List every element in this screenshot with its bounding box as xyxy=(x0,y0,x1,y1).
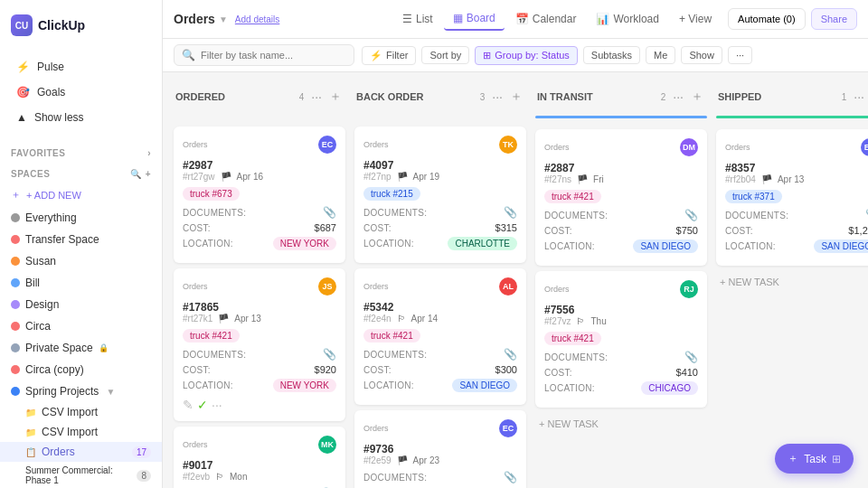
task-card[interactable]: Orders TK #4097 #f27np 🏴 Apr 19 truck #2… xyxy=(354,127,526,263)
task-card[interactable]: Orders AL #5342 #f2e4n 🏳 Apr 14 truck #4… xyxy=(354,268,526,405)
column-bar xyxy=(535,116,707,118)
attachment-icon: 📎 xyxy=(323,348,336,361)
sidebar-item-transfer-space[interactable]: Transfer Space xyxy=(0,229,162,250)
sidebar-item-spring[interactable]: Spring Projects ▼ xyxy=(0,380,162,402)
column-more-button[interactable]: ··· xyxy=(852,87,866,107)
location-badge: NEW YORK xyxy=(273,379,336,392)
column-add-button[interactable]: ＋ xyxy=(327,87,344,107)
more-button[interactable]: ··· xyxy=(728,46,752,64)
task-card[interactable]: Orders MK #9017 #f2evb 🏳 Mon Documents: … xyxy=(174,427,345,488)
sidebar-item-everything[interactable]: Everything xyxy=(0,207,162,229)
task-card[interactable]: Orders RJ #7556 #f27vz 🏳 Thu truck #421 … xyxy=(535,271,707,408)
card-location-row: LOCATION: SAN DIEGO xyxy=(544,239,698,253)
space-dot xyxy=(11,365,20,374)
task-card[interactable]: Orders EC #9736 #f2e59 🏴 Apr 23 Document… xyxy=(354,410,526,488)
tab-board[interactable]: ▦ Board xyxy=(444,7,505,31)
new-task-button[interactable]: ＋ Task ⊞ xyxy=(775,444,854,474)
search-spaces-icon[interactable]: 🔍 xyxy=(130,169,142,179)
calendar-icon: 📅 xyxy=(515,13,529,25)
attachment-icon: 📎 xyxy=(684,209,698,221)
card-location-row: LOCATION: CHARLOTTE xyxy=(363,237,517,250)
card-docs: Documents: 📎 xyxy=(544,209,698,221)
tab-add-view[interactable]: + View xyxy=(670,8,721,30)
flag-icon: 🏳 xyxy=(576,316,585,326)
card-source: Orders xyxy=(363,140,389,149)
space-dot xyxy=(11,343,20,352)
card-tag: truck #421 xyxy=(183,329,240,343)
sidebar-item-orders[interactable]: 📋 Orders 17 xyxy=(0,442,162,462)
sidebar-item-goals[interactable]: 🎯 Goals xyxy=(5,80,156,104)
docs-label: Documents: xyxy=(544,211,608,221)
card-docs: Documents: 📎 xyxy=(363,471,517,483)
filter-bar: 🔍 ⚡ Filter Sort by ⊞ Group by: Status Su… xyxy=(163,39,868,72)
card-cost-row: COST: $920 xyxy=(183,364,336,375)
main-content: Orders ▼ Add details ☰ List ▦ Board 📅 Ca… xyxy=(163,0,868,488)
space-dot xyxy=(11,213,20,222)
pulse-icon: ⚡ xyxy=(16,61,30,73)
sidebar-item-circa-copy[interactable]: Circa (copy) xyxy=(0,359,162,380)
cost-label: COST: xyxy=(183,365,211,375)
sidebar-item-summer1[interactable]: Summer Commercial: Phase 1 8 xyxy=(0,462,162,488)
sidebar-item-csv2[interactable]: 📁 CSV Import xyxy=(0,422,162,442)
card-docs: Documents: 📎 xyxy=(363,206,517,219)
card-meta: #f2e59 🏴 Apr 23 xyxy=(363,455,517,465)
sidebar-item-design[interactable]: Design xyxy=(0,294,162,315)
space-dot xyxy=(11,387,20,396)
edit-button[interactable]: ✎ xyxy=(183,398,193,412)
sidebar-item-csv1[interactable]: 📁 CSV Import xyxy=(0,402,162,422)
column-more-button[interactable]: ··· xyxy=(671,87,685,107)
cost-value: $315 xyxy=(495,222,517,233)
sort-button[interactable]: Sort by xyxy=(421,46,469,64)
avatar: EC xyxy=(861,138,868,156)
task-card[interactable]: Orders DM #2887 #f27ns 🏴 Fri truck #421 … xyxy=(535,129,707,266)
more-button[interactable]: ··· xyxy=(212,398,222,412)
tab-list[interactable]: ☰ List xyxy=(393,8,442,30)
card-date: Apr 16 xyxy=(237,172,263,182)
task-card[interactable]: Orders EC #8357 #rf2b04 🏴 Apr 13 truck #… xyxy=(716,129,868,266)
logo-text: ClickUp xyxy=(38,18,85,33)
task-card[interactable]: Orders JS #17865 #rt27k1 🏴 Apr 13 truck … xyxy=(174,268,345,421)
column-count: 4 xyxy=(299,92,305,102)
new-task-button[interactable]: + NEW TASK xyxy=(535,413,707,435)
filter-button[interactable]: ⚡ Filter xyxy=(362,46,416,65)
sidebar-item-bill[interactable]: Bill xyxy=(0,272,162,294)
sidebar-item-show-less[interactable]: ▲ Show less xyxy=(5,106,156,129)
sidebar-item-circa[interactable]: Circa xyxy=(0,315,162,337)
check-button[interactable]: ✓ xyxy=(197,398,208,412)
flag-icon: 🏴 xyxy=(397,172,408,182)
card-header: Orders EC xyxy=(725,138,868,156)
column-header-backorder: BACK ORDER 3 ··· ＋ xyxy=(354,83,526,110)
search-input[interactable] xyxy=(201,50,346,61)
column-intransit: IN TRANSIT 2 ··· ＋ Orders DM #2887 #f27n… xyxy=(535,83,707,477)
card-ref: #rt27gw xyxy=(183,172,215,182)
column-add-button[interactable]: ＋ xyxy=(508,87,524,107)
card-id: #2887 xyxy=(544,162,698,174)
sidebar-item-pulse[interactable]: ⚡ Pulse xyxy=(5,55,156,79)
card-date: Apr 23 xyxy=(413,455,439,465)
tab-calendar[interactable]: 📅 Calendar xyxy=(506,8,586,30)
subtasks-button[interactable]: Subtasks xyxy=(583,46,640,64)
tab-workload[interactable]: 📊 Workload xyxy=(587,8,667,30)
dropdown-arrow[interactable]: ▼ xyxy=(219,14,228,24)
column-add-button[interactable]: ＋ xyxy=(689,87,705,107)
me-button[interactable]: Me xyxy=(646,46,675,64)
docs-label: Documents: xyxy=(544,352,608,362)
sidebar-item-private[interactable]: Private Space 🔒 xyxy=(0,337,162,359)
automate-button[interactable]: Automate (0) xyxy=(728,8,806,30)
more-spaces-icon[interactable]: + xyxy=(146,169,151,179)
column-more-button[interactable]: ··· xyxy=(309,87,324,107)
card-id: #9017 xyxy=(183,459,336,472)
card-date: Apr 19 xyxy=(413,172,439,182)
show-button[interactable]: Show xyxy=(681,46,722,64)
sidebar-item-susan[interactable]: Susan xyxy=(0,250,162,272)
column-more-button[interactable]: ··· xyxy=(490,87,505,107)
card-meta: #f27ns 🏴 Fri xyxy=(544,174,698,184)
new-task-button[interactable]: + NEW TASK xyxy=(716,271,868,293)
group-button[interactable]: ⊞ Group by: Status xyxy=(475,46,578,65)
cost-value: $920 xyxy=(315,364,336,375)
share-button[interactable]: Share xyxy=(811,8,857,30)
add-details-link[interactable]: Add details xyxy=(235,14,279,24)
card-date: Thu xyxy=(590,316,606,326)
task-card[interactable]: Orders EC #2987 #rt27gw 🏴 Apr 16 truck #… xyxy=(174,127,345,263)
add-new-button[interactable]: ＋ + ADD NEW xyxy=(0,183,162,207)
